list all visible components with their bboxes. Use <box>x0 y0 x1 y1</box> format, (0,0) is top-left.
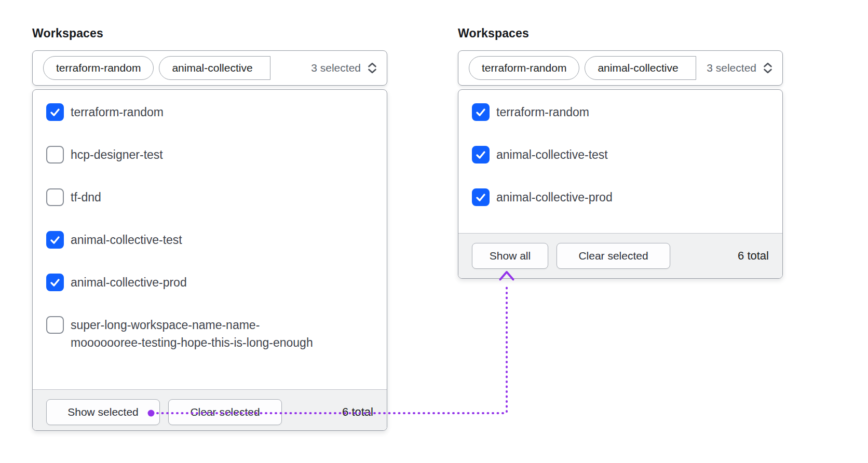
checkbox[interactable] <box>472 188 490 206</box>
chevron-up-down-icon <box>761 61 775 75</box>
checkmark-icon <box>49 106 61 118</box>
workspace-option[interactable]: animal-collective-prod <box>46 274 373 291</box>
chevron-up-down-icon <box>365 61 379 75</box>
option-label: animal-collective-prod <box>496 188 613 206</box>
checkmark-icon <box>474 191 487 203</box>
workspace-option[interactable]: super-long-workspace-name-name- moooooor… <box>46 316 373 351</box>
checkmark-icon <box>474 106 487 118</box>
workspace-option[interactable]: terraform-random <box>46 103 373 121</box>
checkbox[interactable] <box>472 103 490 121</box>
workspace-option[interactable]: animal-collective-test <box>46 231 373 249</box>
workspaces-multiselect-right: Workspaces terraform-random animal-colle… <box>458 26 783 279</box>
checkmark-icon <box>49 276 61 289</box>
multiselect-trigger[interactable]: terraform-random animal-collective 3 sel… <box>458 50 783 86</box>
dropdown-footer: Show selected Clear selected 6 total <box>33 389 387 430</box>
checkbox[interactable] <box>46 274 64 291</box>
dropdown-panel: terraform-random hcp-designer-test tf-dn… <box>32 89 387 431</box>
dropdown-panel: terraform-random animal-collective-test … <box>458 89 783 279</box>
show-all-button[interactable]: Show all <box>472 243 548 269</box>
page-title: Workspaces <box>32 26 387 40</box>
page-title: Workspaces <box>458 26 783 40</box>
checkbox[interactable] <box>472 146 490 164</box>
checkbox[interactable] <box>46 316 64 334</box>
total-count-label: 6 total <box>342 405 373 419</box>
selected-pill: terraform-random <box>43 56 154 80</box>
show-selected-button[interactable]: Show selected <box>46 399 160 425</box>
selected-count-label: 3 selected <box>700 62 756 74</box>
checkbox[interactable] <box>46 231 64 249</box>
workspace-option[interactable]: tf-dnd <box>46 188 373 206</box>
checkbox[interactable] <box>46 146 64 164</box>
option-label: hcp-designer-test <box>71 146 163 164</box>
workspaces-multiselect-left: Workspaces terraform-random animal-colle… <box>32 26 387 431</box>
option-label: terraform-random <box>71 103 164 121</box>
clear-selected-button[interactable]: Clear selected <box>168 399 282 425</box>
selected-pill-truncated: animal-collective <box>159 56 270 80</box>
clear-selected-button[interactable]: Clear selected <box>557 243 670 269</box>
option-label: animal-collective-test <box>71 231 182 249</box>
total-count-label: 6 total <box>738 249 769 263</box>
checkbox[interactable] <box>46 188 64 206</box>
workspace-option[interactable]: hcp-designer-test <box>46 146 373 164</box>
selected-count-label: 3 selected <box>305 62 361 74</box>
workspace-option[interactable]: terraform-random <box>472 103 769 121</box>
option-label: terraform-random <box>496 103 589 121</box>
multiselect-trigger[interactable]: terraform-random animal-collective 3 sel… <box>32 50 387 86</box>
workspace-option[interactable]: animal-collective-test <box>472 146 769 164</box>
option-label: animal-collective-test <box>496 146 608 164</box>
option-label: animal-collective-prod <box>71 274 187 291</box>
selected-pill-truncated: animal-collective <box>585 56 696 80</box>
option-label: super-long-workspace-name-name- moooooor… <box>71 316 313 351</box>
option-list: terraform-random animal-collective-test … <box>458 90 782 233</box>
workspace-option[interactable]: animal-collective-prod <box>472 188 769 206</box>
selected-pill: terraform-random <box>469 56 579 80</box>
option-list: terraform-random hcp-designer-test tf-dn… <box>33 90 387 389</box>
checkbox[interactable] <box>46 103 64 121</box>
option-label: tf-dnd <box>71 188 101 206</box>
dropdown-footer: Show all Clear selected 6 total <box>458 233 782 278</box>
checkmark-icon <box>49 234 61 246</box>
checkmark-icon <box>474 148 487 161</box>
